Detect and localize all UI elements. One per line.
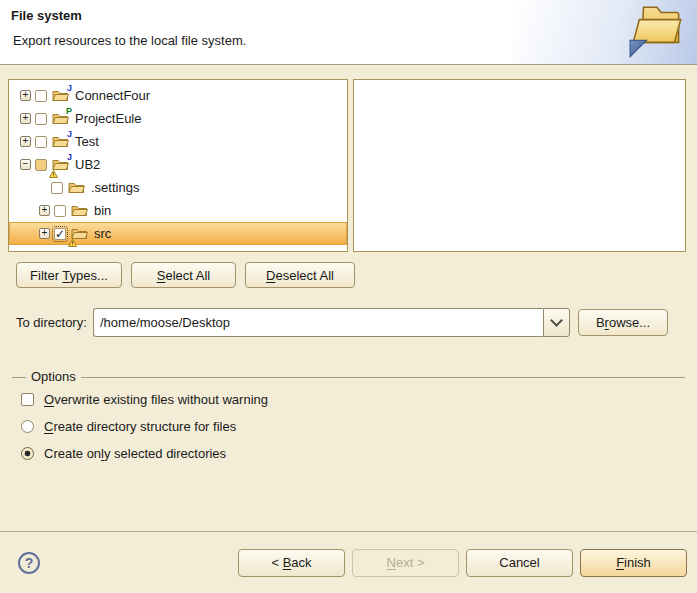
tree-item-label: UB2 xyxy=(75,157,100,172)
destination-dropdown-button[interactable] xyxy=(543,308,570,337)
tree-item-label: .settings xyxy=(91,180,139,195)
wizard-button-bar: ? < Back Next > Cancel Finish xyxy=(0,531,697,593)
export-file-system-dialog: File system Export resources to the loca… xyxy=(0,0,697,593)
expander-spacer xyxy=(39,182,47,193)
directory-structure-option[interactable]: Create directory structure for files xyxy=(21,419,685,434)
selection-button-row: Filter Types... Select All Deselect All xyxy=(16,262,355,288)
folder-icon: P xyxy=(52,111,69,126)
file-list-panel[interactable] xyxy=(353,79,686,252)
selected-directories-option[interactable]: Create only selected directories xyxy=(21,446,685,461)
selected-directories-radio[interactable] xyxy=(21,447,34,460)
chevron-down-icon xyxy=(550,314,563,327)
collapse-minus-icon[interactable]: − xyxy=(20,159,31,170)
expand-plus-icon[interactable]: + xyxy=(39,205,50,216)
tree-item-bin[interactable]: +bin xyxy=(9,199,347,222)
tree-item-checkbox[interactable] xyxy=(54,228,66,240)
expand-plus-icon[interactable]: + xyxy=(20,113,31,124)
tree-item-checkbox[interactable] xyxy=(35,136,47,148)
java-badge-icon: J xyxy=(67,130,72,139)
select-all-button[interactable]: Select All xyxy=(131,262,236,288)
folder-icon: J xyxy=(52,88,69,103)
tree-item-settings[interactable]: .settings xyxy=(9,176,347,199)
overwrite-label: Overwrite existing files without warning xyxy=(44,392,268,407)
folder-icon xyxy=(71,203,88,218)
warning-overlay-icon xyxy=(68,235,77,243)
expand-plus-icon[interactable]: + xyxy=(39,228,50,239)
tree-item-ub2[interactable]: −JUB2 xyxy=(9,153,347,176)
overwrite-checkbox[interactable] xyxy=(21,393,34,406)
folder-icon: J xyxy=(52,134,69,149)
tree-item-label: src xyxy=(94,226,111,241)
tree-item-label: Test xyxy=(75,134,99,149)
options-group: Options Overwrite existing files without… xyxy=(12,377,685,470)
folder-icon xyxy=(71,226,88,241)
page-title: File system xyxy=(11,8,82,23)
expand-plus-icon[interactable]: + xyxy=(20,90,31,101)
tree-item-test[interactable]: +JTest xyxy=(9,130,347,153)
browse-button[interactable]: Browse... xyxy=(578,309,668,336)
tree-item-label: bin xyxy=(94,203,111,218)
selected-directories-label: Create only selected directories xyxy=(44,446,226,461)
java-badge-icon: J xyxy=(67,84,72,93)
tree-item-projecteule[interactable]: +PProjectEule xyxy=(9,107,347,130)
to-directory-label: To directory: xyxy=(16,308,87,337)
filter-types-button[interactable]: Filter Types... xyxy=(16,262,122,288)
destination-combo xyxy=(93,308,570,337)
help-button[interactable]: ? xyxy=(18,552,40,574)
tree-item-checkbox[interactable] xyxy=(54,205,66,217)
folder-icon: J xyxy=(52,157,69,172)
cancel-button[interactable]: Cancel xyxy=(466,549,573,577)
export-folder-icon xyxy=(627,2,691,60)
tree-item-src[interactable]: +src xyxy=(9,222,347,245)
destination-input[interactable] xyxy=(93,308,543,337)
directory-structure-radio[interactable] xyxy=(21,420,34,433)
folder-icon xyxy=(68,180,85,195)
deselect-all-button[interactable]: Deselect All xyxy=(245,262,355,288)
tree-item-label: ProjectEule xyxy=(75,111,141,126)
tree-item-checkbox[interactable] xyxy=(51,182,63,194)
back-button[interactable]: < Back xyxy=(238,549,345,577)
tree-item-connectfour[interactable]: +JConnectFour xyxy=(9,84,347,107)
tree-item-checkbox[interactable] xyxy=(35,113,47,125)
java-badge-icon: J xyxy=(67,153,72,162)
tree-item-label: ConnectFour xyxy=(75,88,150,103)
resource-tree[interactable]: +JConnectFour+PProjectEule+JTest−JUB2.se… xyxy=(8,79,348,252)
finish-button[interactable]: Finish xyxy=(580,549,687,577)
warning-overlay-icon xyxy=(49,166,58,174)
expand-plus-icon[interactable]: + xyxy=(20,136,31,147)
overwrite-option[interactable]: Overwrite existing files without warning xyxy=(21,392,685,407)
project-badge-icon: P xyxy=(66,107,72,116)
options-group-title: Options xyxy=(26,369,81,384)
page-description: Export resources to the local file syste… xyxy=(13,33,246,48)
next-button[interactable]: Next > xyxy=(352,549,459,577)
directory-structure-label: Create directory structure for files xyxy=(44,419,236,434)
tree-item-checkbox[interactable] xyxy=(35,90,47,102)
tree-item-checkbox[interactable] xyxy=(35,159,47,171)
wizard-header: File system Export resources to the loca… xyxy=(0,0,697,65)
